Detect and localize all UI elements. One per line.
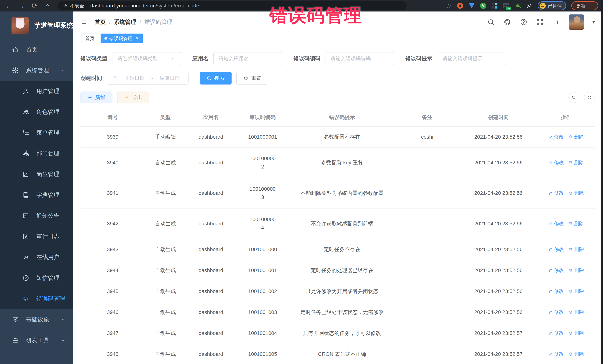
reset-button[interactable]: 重置	[236, 72, 268, 85]
error-code-input[interactable]: 请输入错误码编码	[325, 52, 394, 65]
browser-home-icon[interactable]: ⌂	[44, 2, 51, 9]
profile-chip-label: 已暂停	[548, 3, 562, 9]
sidebar-item-user[interactable]: 用户管理	[0, 81, 73, 101]
delete-link[interactable]: 删除	[568, 134, 584, 140]
sidebar-item-label: 字典管理	[36, 191, 59, 199]
delete-link[interactable]: 删除	[568, 309, 584, 315]
browser-menu-icon[interactable]: ⋮	[589, 3, 593, 9]
cell-actions: 修改删除	[537, 302, 595, 323]
add-button[interactable]: 新增	[81, 92, 112, 103]
edit-link[interactable]: 修改	[548, 351, 564, 357]
edit-link[interactable]: 修改	[548, 267, 564, 274]
edit-link[interactable]: 修改	[548, 246, 564, 253]
sidebar-item-code[interactable]: 错误码管理	[0, 288, 73, 309]
tab-首页[interactable]: 首页	[81, 33, 98, 43]
breadcrumb-item[interactable]: 首页	[95, 18, 106, 26]
edit-link[interactable]: 修改	[548, 288, 564, 295]
table-row: 3945自动生成dashboard1001001002只允许修改为开启或者关闭状…	[81, 281, 595, 302]
edit-link[interactable]: 修改	[548, 159, 564, 166]
toggle-search-button[interactable]	[568, 92, 579, 103]
cell-id: 3945	[81, 281, 145, 302]
delete-link[interactable]: 删除	[568, 288, 584, 295]
calendar-icon	[112, 76, 118, 81]
tab-错误码管理[interactable]: 错误码管理✕	[101, 33, 143, 43]
sidebar-item-badge[interactable]: 岗位管理	[0, 164, 73, 185]
sidebar-item-log[interactable]: 审计日志	[0, 226, 73, 247]
delete-link[interactable]: 删除	[568, 190, 584, 196]
sidebar-item-label: 岗位管理	[36, 170, 59, 178]
profile-chip[interactable]: 已暂停	[538, 1, 566, 10]
filter-create-time: 创建时间 开始日期 - 结束日期	[81, 72, 188, 85]
breadcrumb-separator: /	[139, 19, 141, 25]
cell-id: 3947	[81, 323, 145, 344]
ext-orange-icon[interactable]	[457, 2, 464, 9]
breadcrumb-separator: /	[109, 19, 111, 25]
browser-forward-icon[interactable]: →	[18, 2, 25, 9]
sidebar-item-chat[interactable]: 通知公告	[0, 205, 73, 226]
error-type-select[interactable]: 请选择错误码类型	[112, 52, 181, 65]
breadcrumb-item[interactable]: 系统管理	[114, 18, 136, 26]
export-button[interactable]: 导出	[117, 92, 149, 103]
ext-green-v-icon[interactable]: V	[480, 2, 487, 9]
question-icon[interactable]	[520, 18, 527, 26]
delete-link[interactable]: 删除	[568, 351, 584, 357]
search-button[interactable]: 搜索	[200, 72, 232, 85]
not-secure-warning[interactable]: 不安全	[63, 3, 84, 9]
sidebar-item-online[interactable]: 在线用户	[0, 247, 73, 268]
collapse-sidebar-icon[interactable]	[81, 20, 86, 25]
github-icon[interactable]	[503, 18, 511, 26]
delete-link[interactable]: 删除	[568, 246, 584, 253]
app-logo-row[interactable]: 芋道管理系统	[0, 11, 73, 39]
app-name-input[interactable]: 请输入应用名	[213, 52, 282, 65]
table-row: 3942自动生成dashboard1001000004不允许获取敏感配置到前端2…	[81, 209, 595, 239]
sidebar-item-sms[interactable]: 短信管理	[0, 268, 73, 288]
edit-link[interactable]: 修改	[548, 330, 564, 336]
delete-link[interactable]: 删除	[568, 330, 584, 336]
sidebar-item-book[interactable]: 字典管理	[0, 185, 73, 205]
delete-link[interactable]: 删除	[568, 159, 584, 166]
bookmark-star-icon[interactable]: ☆	[446, 2, 452, 10]
user-avatar[interactable]	[569, 14, 584, 30]
error-msg-input[interactable]: 请输入错误码提示	[437, 52, 506, 65]
ext-gem-icon[interactable]	[468, 2, 475, 9]
cell-code: 1001001005	[236, 344, 289, 364]
browser-back-icon[interactable]: ←	[5, 2, 12, 9]
browser-scrollbar[interactable]	[601, 0, 603, 364]
browser-refresh-icon[interactable]: ⟳	[31, 2, 38, 9]
ext-puzzle-icon[interactable]	[526, 2, 533, 9]
ext-key-icon[interactable]	[514, 2, 521, 9]
caret-down-icon[interactable]: ▾	[592, 19, 595, 25]
edit-link[interactable]: 修改	[548, 134, 564, 140]
fontsize-icon[interactable]: TT	[552, 18, 560, 26]
edit-link[interactable]: 修改	[548, 309, 564, 315]
delete-link[interactable]: 删除	[568, 267, 584, 274]
sidebar-item-list[interactable]: 菜单管理	[0, 122, 73, 143]
fullscreen-icon[interactable]	[536, 18, 544, 26]
cell-msg: 参数配置不存在	[289, 127, 395, 147]
cell-app: dashboard	[186, 178, 236, 209]
delete-link[interactable]: 删除	[568, 220, 584, 227]
search-icon[interactable]	[487, 18, 495, 26]
refresh-table-button[interactable]	[584, 92, 595, 103]
create-time-label: 创建时间	[81, 75, 102, 82]
sidebar-item-tools[interactable]: 研发工具	[0, 330, 73, 351]
sidebar-item-users[interactable]: 角色管理	[0, 101, 73, 122]
browser-toolbar-right: ☆ Von 已暂停 更新 ⋮	[446, 1, 598, 10]
column-header: 操作	[537, 109, 595, 127]
sidebar-item-home[interactable]: 首页	[0, 39, 73, 60]
filter-error-type: 错误码类型 请选择错误码类型	[81, 52, 181, 65]
sidebar-item-gear[interactable]: 系统管理	[0, 60, 73, 81]
sidebar-item-infra[interactable]: 基础设施	[0, 309, 73, 330]
edit-link[interactable]: 修改	[548, 190, 564, 196]
cell-type: 自动生成	[145, 178, 186, 209]
ext-on-badge-icon[interactable]: on	[503, 2, 510, 9]
close-tab-icon[interactable]: ✕	[135, 36, 139, 41]
edit-link[interactable]: 修改	[548, 220, 564, 227]
cell-remark	[395, 147, 460, 178]
sidebar-item-tree[interactable]: 部门管理	[0, 143, 73, 164]
update-button[interactable]: 更新 ⋮	[571, 1, 598, 10]
cell-created: 2021-04-20 23:52:56	[460, 127, 537, 147]
date-range-picker[interactable]: 开始日期 - 结束日期	[107, 72, 188, 85]
ext-grid-icon[interactable]	[491, 2, 498, 9]
cell-created: 2021-04-20 23:52:56	[460, 302, 537, 323]
